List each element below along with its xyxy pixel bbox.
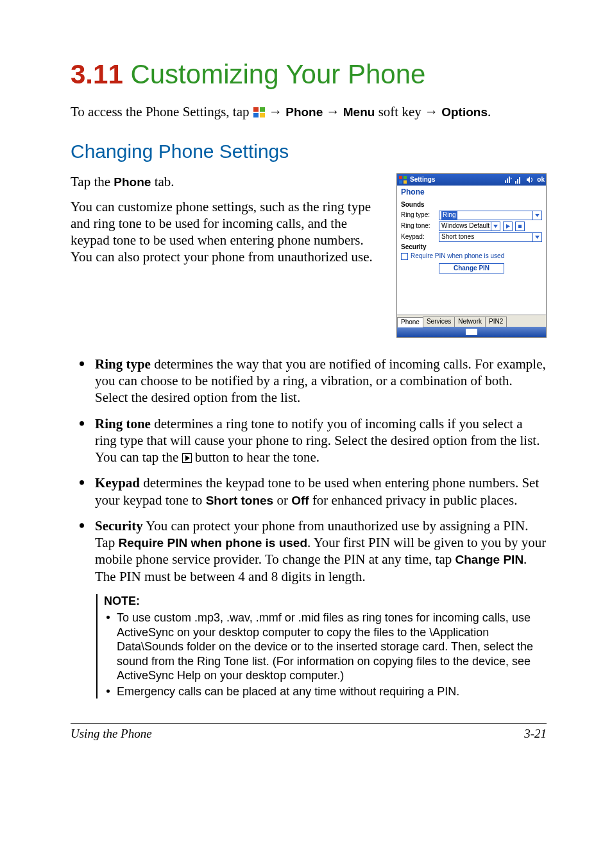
screen-heading: Phone xyxy=(397,186,546,198)
svg-rect-5 xyxy=(404,176,407,179)
sounds-section-label: Sounds xyxy=(401,201,542,209)
tap-phone-tab: Tap the Phone tab. xyxy=(71,173,385,190)
footer-page-number: 3-21 xyxy=(524,726,547,742)
svg-rect-7 xyxy=(404,180,407,184)
ring-type-select[interactable]: Ring xyxy=(439,211,542,220)
tab-services[interactable]: Services xyxy=(423,317,455,327)
svg-rect-3 xyxy=(260,113,265,117)
page-footer: Using the Phone 3-21 xyxy=(71,723,547,742)
keypad-opt1: Short tones xyxy=(206,494,274,507)
titlebar: Settings ok xyxy=(397,174,546,186)
svg-rect-4 xyxy=(399,176,402,179)
ring-type-label: Ring type: xyxy=(401,211,436,220)
section-title-text: Customizing Your Phone xyxy=(130,59,425,89)
stop-tone-button[interactable] xyxy=(515,221,525,231)
svg-rect-6 xyxy=(399,180,402,184)
section-heading: 3.11 Customizing Your Phone xyxy=(71,58,547,92)
svg-rect-11 xyxy=(518,225,522,228)
ring-type-text: determines the way that you are notified… xyxy=(95,356,546,406)
ring-tone-label: Ring tone: xyxy=(401,222,436,230)
start-flag-icon xyxy=(398,175,407,184)
subsection-heading: Changing Phone Settings xyxy=(71,139,547,164)
note-block: NOTE: To use custom .mp3, .wav, .mmf or … xyxy=(96,594,547,699)
intro1-bold: Phone xyxy=(114,175,151,189)
titlebar-text: Settings xyxy=(410,176,435,184)
keypad-mid: or xyxy=(273,492,291,508)
tab-network[interactable]: Network xyxy=(454,317,486,327)
feature-list: Ring type determines the way that you ar… xyxy=(71,356,547,585)
dropdown-icon xyxy=(532,233,541,241)
require-pin-label: Require PIN when phone is used xyxy=(411,252,504,261)
ring-tone-value: Windows Default xyxy=(441,222,489,230)
svg-rect-10 xyxy=(519,177,520,184)
arrow-icon: → xyxy=(327,104,340,119)
note-item-2: Emergency calls can be placed at any tim… xyxy=(104,684,547,699)
ring-type-bold: Ring type xyxy=(95,356,151,372)
keypad-label: Keypad: xyxy=(401,233,436,241)
security-section-label: Security xyxy=(401,243,542,252)
keyboard-icon[interactable] xyxy=(466,329,477,335)
security-b1: Require PIN when phone is used xyxy=(118,536,307,550)
intro-paragraph: You can customize phone settings, such a… xyxy=(71,198,385,266)
step-phone: Phone xyxy=(285,105,323,119)
note-label: NOTE: xyxy=(104,594,547,609)
svg-rect-1 xyxy=(260,107,265,112)
start-menu-icon xyxy=(253,105,266,117)
note-item-1: To use custom .mp3, .wav, .mmf or .mid f… xyxy=(104,611,547,683)
step-options: Options xyxy=(441,105,488,119)
step-menu: Menu xyxy=(343,105,375,119)
play-icon xyxy=(182,450,192,460)
keypad-value: Short tones xyxy=(441,233,474,241)
svg-rect-8 xyxy=(515,181,516,184)
svg-rect-0 xyxy=(253,107,259,112)
footer-left: Using the Phone xyxy=(71,726,152,742)
tab-phone[interactable]: Phone xyxy=(397,317,423,327)
sip-bar xyxy=(397,327,546,337)
keypad-bold: Keypad xyxy=(95,475,140,490)
dropdown-icon xyxy=(532,211,541,220)
ring-tone-select[interactable]: Windows Default xyxy=(439,221,500,231)
list-item-security: Security You can protect your phone from… xyxy=(71,517,547,585)
access-instructions: To access the Phone Settings, tap → Phon… xyxy=(71,103,547,120)
signal-icon xyxy=(515,176,523,184)
security-b2: Change PIN xyxy=(455,553,523,566)
tab-pin2[interactable]: PIN2 xyxy=(485,317,507,327)
play-tone-button[interactable] xyxy=(503,221,513,231)
keypad-post: for enhanced privacy in public places. xyxy=(309,492,518,508)
svg-rect-9 xyxy=(517,179,518,184)
require-pin-checkbox[interactable] xyxy=(401,253,408,260)
arrow-icon: → xyxy=(425,104,438,119)
change-pin-button[interactable]: Change PIN xyxy=(439,263,504,274)
speaker-icon xyxy=(526,176,534,184)
dropdown-icon xyxy=(491,222,500,230)
phone-settings-screenshot: Settings ok xyxy=(396,173,547,338)
security-bold: Security xyxy=(95,518,143,534)
keypad-select[interactable]: Short tones xyxy=(439,232,542,242)
list-item-ring-tone: Ring tone determines a ring tone to noti… xyxy=(71,415,547,466)
keypad-opt2: Off xyxy=(291,494,309,507)
period: . xyxy=(488,104,491,119)
access-prefix: To access the Phone Settings, tap xyxy=(71,104,253,119)
list-item-ring-type: Ring type determines the way that you ar… xyxy=(71,356,547,406)
ok-button[interactable]: ok xyxy=(537,176,545,184)
ring-type-value: Ring xyxy=(441,211,457,220)
intro1-suffix: tab. xyxy=(151,174,174,189)
tab-bar: Phone Services Network PIN2 xyxy=(397,315,546,327)
section-number: 3.11 xyxy=(71,59,123,89)
ring-tone-bold: Ring tone xyxy=(95,416,151,431)
require-pin-row[interactable]: Require PIN when phone is used xyxy=(401,252,542,261)
arrow-icon: → xyxy=(269,104,282,119)
list-item-keypad: Keypad determines the keypad tone to be … xyxy=(71,474,547,508)
note-list: To use custom .mp3, .wav, .mmf or .mid f… xyxy=(104,611,547,699)
connectivity-icon xyxy=(504,176,512,184)
ring-tone-post: button to hear the tone. xyxy=(192,449,319,465)
svg-rect-2 xyxy=(253,113,259,117)
softkey-text: soft key xyxy=(375,104,425,119)
intro1-prefix: Tap the xyxy=(71,174,114,189)
